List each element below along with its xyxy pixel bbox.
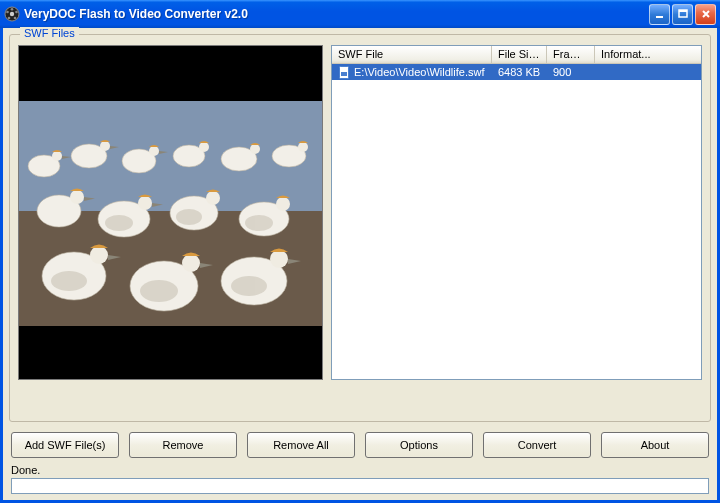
titlebar: VeryDOC Flash to Video Converter v2.0	[0, 0, 720, 28]
list-header: SWF File File Size Frame ... Informat...	[332, 46, 701, 64]
convert-button[interactable]: Convert	[483, 432, 591, 458]
remove-all-button[interactable]: Remove All	[247, 432, 355, 458]
svg-point-30	[199, 142, 209, 152]
svg-point-34	[138, 196, 152, 210]
column-swf-file[interactable]: SWF File	[332, 46, 492, 63]
client-area: SWF Files	[0, 28, 720, 503]
svg-point-28	[100, 141, 110, 151]
list-body: E:\Video\Video\Wildlife.swf 6483 KB 900	[332, 64, 701, 379]
options-button[interactable]: Options	[365, 432, 473, 458]
svg-point-1	[10, 12, 14, 16]
swf-file-icon	[338, 66, 351, 79]
about-button[interactable]: About	[601, 432, 709, 458]
svg-point-37	[90, 246, 108, 264]
svg-point-27	[52, 151, 62, 161]
cell-size: 6483 KB	[492, 65, 547, 79]
svg-point-3	[15, 11, 18, 14]
svg-point-32	[298, 142, 308, 152]
cell-info	[595, 71, 701, 73]
svg-point-4	[14, 17, 17, 20]
svg-point-36	[276, 197, 290, 211]
add-swf-files-button[interactable]: Add SWF File(s)	[11, 432, 119, 458]
remove-button[interactable]: Remove	[129, 432, 237, 458]
svg-point-5	[8, 17, 11, 20]
group-legend: SWF Files	[20, 27, 79, 39]
svg-point-31	[250, 144, 260, 154]
svg-point-40	[51, 271, 87, 291]
column-file-size[interactable]: File Size	[492, 46, 547, 63]
cell-file: E:\Video\Video\Wildlife.swf	[354, 66, 484, 78]
app-icon	[4, 6, 20, 22]
svg-point-38	[182, 254, 200, 272]
svg-point-2	[11, 8, 14, 11]
minimize-button[interactable]	[649, 4, 670, 25]
status-text: Done.	[9, 462, 711, 476]
window-buttons	[649, 4, 716, 25]
window-title: VeryDOC Flash to Video Converter v2.0	[24, 7, 649, 21]
close-button[interactable]	[695, 4, 716, 25]
maximize-button[interactable]	[672, 4, 693, 25]
svg-rect-7	[656, 16, 663, 18]
svg-point-33	[70, 190, 84, 204]
column-information[interactable]: Informat...	[595, 46, 701, 63]
preview-pane	[18, 45, 323, 380]
svg-point-29	[149, 146, 159, 156]
svg-point-44	[176, 209, 202, 225]
svg-point-35	[206, 191, 220, 205]
swf-files-group: SWF Files	[9, 34, 711, 422]
button-row: Add SWF File(s) Remove Remove All Option…	[9, 422, 711, 462]
svg-point-45	[245, 215, 273, 231]
svg-point-6	[6, 11, 9, 14]
file-list[interactable]: SWF File File Size Frame ... Informat...	[331, 45, 702, 380]
progress-bar	[11, 478, 709, 494]
svg-rect-47	[341, 72, 347, 76]
column-frame[interactable]: Frame ...	[547, 46, 595, 63]
cell-frame: 900	[547, 65, 595, 79]
svg-point-42	[231, 276, 267, 296]
svg-point-41	[140, 280, 178, 302]
svg-point-43	[105, 215, 133, 231]
svg-rect-9	[679, 10, 687, 12]
svg-point-39	[270, 250, 288, 268]
table-row[interactable]: E:\Video\Video\Wildlife.swf 6483 KB 900	[332, 64, 701, 80]
